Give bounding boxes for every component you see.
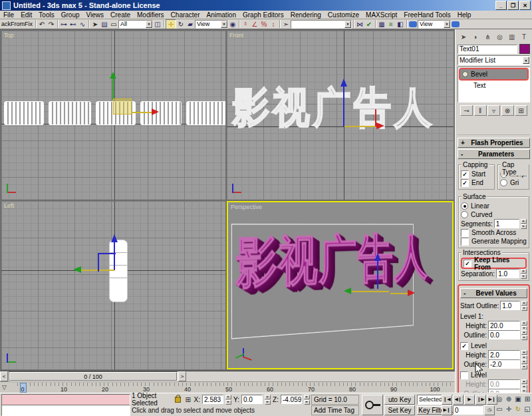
- track-bar[interactable]: ▽ 0 10 20 30 40 50 60 70 80 90 100: [0, 381, 455, 393]
- menu-graph-editors[interactable]: Graph Editors: [239, 11, 287, 19]
- menu-customize[interactable]: Customize: [325, 11, 362, 19]
- rollout-parameters[interactable]: - Parameters: [458, 149, 530, 159]
- spinner-arrows[interactable]: [521, 269, 527, 279]
- select-object-icon[interactable]: ➤: [90, 20, 100, 29]
- segments-field[interactable]: 1: [494, 219, 519, 228]
- level1-height-field[interactable]: 20.0: [488, 321, 520, 330]
- menu-rendering[interactable]: Rendering: [287, 11, 325, 19]
- modifier-list-dropdown[interactable]: Modifier List ▼: [458, 55, 530, 65]
- motion-tab-icon[interactable]: ◎: [495, 33, 505, 41]
- time-slider-prev-button[interactable]: <: [0, 371, 8, 381]
- spinner-arrows[interactable]: [521, 219, 527, 229]
- start-checkbox[interactable]: ✓: [461, 170, 469, 178]
- level3-height-field[interactable]: 0.0: [488, 379, 520, 389]
- linear-radio[interactable]: [461, 202, 468, 210]
- angle-snap-icon[interactable]: ∠: [250, 20, 259, 29]
- zoom-extents-all-icon[interactable]: ⊞: [523, 394, 532, 404]
- viewport-front-label[interactable]: Front: [229, 32, 243, 39]
- gizmo-y-arrowhead[interactable]: [344, 288, 351, 294]
- spinner-arrows[interactable]: [521, 359, 527, 369]
- viewport-left[interactable]: Left: [1, 201, 225, 369]
- stack-item-bevel[interactable]: Bevel: [460, 69, 527, 79]
- window-crossing-icon[interactable]: ◫: [153, 20, 162, 29]
- gizmo-y-axis[interactable]: [112, 79, 114, 100]
- schematic-view-icon[interactable]: ◧: [396, 20, 405, 29]
- configure-modifier-sets-icon[interactable]: ⊞: [515, 105, 527, 116]
- y-coordinate-field[interactable]: 0.0: [241, 395, 263, 404]
- undo-icon[interactable]: ↶: [37, 20, 47, 29]
- gizmo-plane-handle[interactable]: [98, 253, 116, 272]
- bind-to-spacewarp-icon[interactable]: ∿: [78, 20, 87, 29]
- select-and-link-icon[interactable]: ⊶: [59, 20, 68, 29]
- z-coordinate-field[interactable]: -4.059: [281, 395, 302, 404]
- maxscript-listener-pink[interactable]: [1, 394, 130, 405]
- coord-system-dropdown[interactable]: View ▼: [195, 20, 228, 29]
- spinner-arrows[interactable]: [225, 395, 231, 405]
- select-and-scale-icon[interactable]: ▰: [186, 20, 195, 29]
- pickfromfix-label[interactable]: ackFromFix: [0, 21, 34, 27]
- menu-edit[interactable]: Edit: [17, 11, 35, 19]
- object-name-field[interactable]: Text01: [458, 45, 517, 54]
- select-by-name-icon[interactable]: ▤: [100, 20, 109, 29]
- maxscript-listener-white[interactable]: [1, 405, 130, 416]
- dropdown-arrow-icon[interactable]: ▼: [146, 21, 152, 28]
- object-color-swatch[interactable]: [519, 44, 530, 54]
- time-slider-handle[interactable]: 0 / 100: [9, 372, 177, 381]
- viewport-top[interactable]: Top: [1, 31, 225, 200]
- menu-freehand-tools[interactable]: FreeHand Tools: [400, 11, 454, 19]
- spinner-arrows[interactable]: [521, 350, 527, 360]
- curved-radio[interactable]: [461, 211, 468, 218]
- modifier-enable-bulb-icon[interactable]: [462, 71, 468, 77]
- auto-key-button[interactable]: uto Key: [384, 395, 415, 405]
- viewport-left-label[interactable]: Left: [4, 202, 14, 209]
- percent-snap-icon[interactable]: %: [259, 20, 269, 29]
- gizmo-x-arrowhead[interactable]: [408, 290, 415, 296]
- x-coordinate-field[interactable]: 2.583: [202, 395, 223, 404]
- select-and-rotate-icon[interactable]: ↻: [176, 20, 186, 29]
- level2-checkbox[interactable]: ✓: [460, 342, 468, 350]
- beveled-3d-text[interactable]: 影视广告人: [235, 224, 429, 302]
- level3-checkbox[interactable]: [460, 371, 468, 379]
- grid-radio[interactable]: [500, 179, 507, 186]
- rect-selection-region-icon[interactable]: ▭: [109, 20, 118, 29]
- redo-icon[interactable]: ↷: [47, 20, 56, 29]
- rollout-flash-properties[interactable]: + Flash Properties: [458, 138, 530, 148]
- select-and-move-icon[interactable]: ✛: [166, 19, 176, 29]
- close-button[interactable]: ✕: [519, 1, 531, 10]
- previous-frame-button[interactable]: ◀❙: [453, 395, 464, 405]
- menu-create[interactable]: Create: [107, 11, 134, 19]
- time-slider-track[interactable]: 0 / 100: [9, 371, 178, 381]
- level2-height-field[interactable]: 2.0: [488, 350, 520, 359]
- min-max-toggle-icon[interactable]: ◱: [523, 404, 532, 414]
- time-configuration-icon[interactable]: ◷: [484, 405, 495, 415]
- dropdown-arrow-icon[interactable]: ▼: [221, 21, 227, 28]
- curve-editor-icon[interactable]: ≡: [386, 20, 396, 29]
- menu-views[interactable]: Views: [83, 11, 108, 19]
- menu-tools[interactable]: Tools: [35, 11, 57, 19]
- add-time-tag[interactable]: Add Time Tag: [311, 405, 359, 415]
- generate-mapping-checkbox[interactable]: [461, 238, 469, 246]
- pin-stack-icon[interactable]: ⊸: [460, 105, 473, 116]
- create-tab-icon[interactable]: ➤: [459, 33, 468, 41]
- set-key-button[interactable]: Set Key: [384, 405, 415, 415]
- separation-field[interactable]: 1.0: [496, 269, 519, 278]
- pan-icon[interactable]: ✛: [504, 404, 513, 414]
- viewport-perspective[interactable]: Perspective 影视广告人: [227, 201, 454, 369]
- spinner-snap-icon[interactable]: ↕: [269, 20, 278, 29]
- gizmo-plane-handle[interactable]: [113, 99, 132, 114]
- hierarchy-tab-icon[interactable]: ⋔: [483, 33, 492, 41]
- end-checkbox[interactable]: ✓: [461, 179, 469, 187]
- gizmo-x-arrowhead[interactable]: [376, 122, 384, 129]
- gizmo-y-arrowhead[interactable]: [73, 266, 81, 273]
- use-pivot-center-icon[interactable]: ◉: [228, 20, 237, 29]
- stack-item-text[interactable]: Text: [459, 81, 529, 91]
- spinner-arrows[interactable]: [521, 379, 527, 389]
- spinner-arrows[interactable]: [265, 395, 271, 405]
- layer-manager-icon[interactable]: ▦: [377, 20, 386, 29]
- play-button[interactable]: ▶: [464, 395, 475, 405]
- zoom-all-icon[interactable]: ⊕: [504, 394, 513, 404]
- menu-help[interactable]: Help: [454, 11, 475, 19]
- menu-modifiers[interactable]: Modifiers: [134, 11, 168, 19]
- menu-file[interactable]: File: [0, 11, 17, 19]
- show-end-result-icon[interactable]: ‖: [474, 105, 487, 116]
